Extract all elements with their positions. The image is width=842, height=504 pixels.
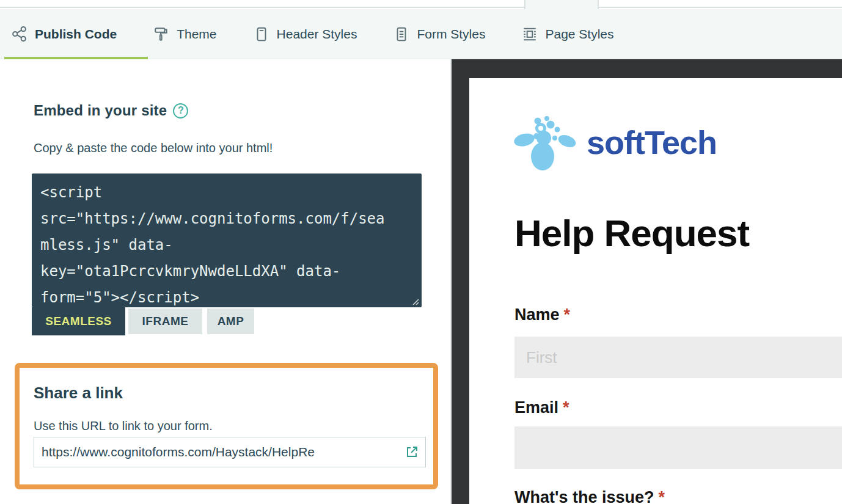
- form-preview-area: softTech Help Request Name* First Email*…: [450, 59, 842, 504]
- email-input[interactable]: [514, 426, 842, 469]
- tab-theme[interactable]: Theme: [153, 26, 216, 42]
- tab-label: Publish Code: [35, 27, 117, 42]
- top-tab-notch: [524, 0, 599, 9]
- top-edge-strip: [0, 0, 842, 8]
- email-field-label: Email*: [514, 398, 569, 417]
- tab-seamless[interactable]: SEAMLESS: [32, 307, 125, 335]
- tab-amp[interactable]: AMP: [207, 309, 254, 334]
- publish-screen: Publish Code Theme Header Styles: [0, 0, 842, 504]
- embed-code-textarea[interactable]: <script src="https://www.cognitoforms.co…: [32, 173, 422, 307]
- embed-heading: Embed in your site: [34, 102, 167, 119]
- tab-header-styles[interactable]: Header Styles: [254, 26, 357, 42]
- share-url-value: https://www.cognitoforms.com/Haystack/He…: [42, 445, 401, 459]
- document-lines-icon: [394, 26, 409, 42]
- name-first-input[interactable]: First: [514, 337, 842, 378]
- softtech-logo: softTech: [512, 114, 717, 171]
- share-instructions: Use this URL to link to your form.: [34, 419, 213, 433]
- page-layout-icon: [522, 26, 538, 42]
- share-nodes-icon: [11, 26, 27, 42]
- tab-label: Theme: [177, 27, 216, 42]
- softtech-logo-icon: [512, 114, 583, 171]
- share-url-input[interactable]: https://www.cognitoforms.com/Haystack/He…: [34, 437, 426, 467]
- share-link-section: Share a link Use this URL to link to you…: [15, 363, 438, 489]
- tab-form-styles[interactable]: Form Styles: [394, 26, 485, 42]
- tab-label: Form Styles: [417, 27, 485, 42]
- softtech-logo-text: softTech: [587, 123, 717, 161]
- tab-iframe[interactable]: IFRAME: [128, 309, 202, 334]
- required-asterisk: *: [563, 398, 569, 417]
- form-title: Help Request: [514, 211, 749, 255]
- tab-label: Header Styles: [277, 27, 357, 42]
- tab-publish-code[interactable]: Publish Code: [11, 26, 117, 42]
- share-heading: Share a link: [34, 384, 123, 403]
- help-icon[interactable]: ?: [173, 103, 188, 119]
- external-link-icon[interactable]: [405, 445, 419, 459]
- issue-field-label: What's the issue?*: [514, 488, 665, 504]
- required-asterisk: *: [564, 305, 571, 324]
- tab-page-styles[interactable]: Page Styles: [522, 26, 613, 42]
- embed-mode-tabs: SEAMLESS IFRAME AMP: [32, 307, 254, 335]
- style-tabbar: Publish Code Theme Header Styles: [0, 9, 842, 59]
- form-preview-page: softTech Help Request Name* First Email*…: [469, 78, 842, 504]
- name-field-label: Name*: [514, 305, 570, 324]
- paint-roller-icon: [153, 26, 169, 42]
- tab-label: Page Styles: [545, 27, 613, 42]
- embed-instructions: Copy & paste the code below into your ht…: [34, 141, 273, 155]
- required-asterisk: *: [658, 488, 665, 504]
- textarea-resize-handle[interactable]: [411, 297, 419, 308]
- publish-code-panel: Embed in your site ? Copy & paste the co…: [0, 59, 450, 504]
- header-card-icon: [254, 26, 269, 42]
